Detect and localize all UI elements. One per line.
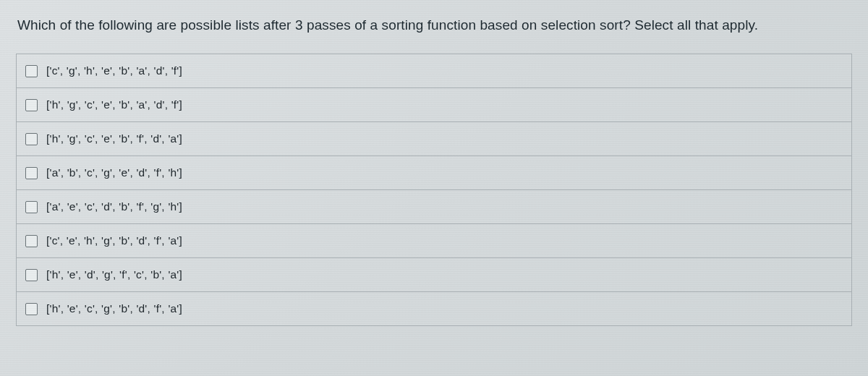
option-label: ['h', 'e', 'd', 'g', 'f', 'c', 'b', 'a'] xyxy=(46,268,182,281)
options-list: ['c', 'g', 'h', 'e', 'b', 'a', 'd', 'f']… xyxy=(16,54,852,326)
checkbox-icon[interactable] xyxy=(25,303,38,315)
option-label: ['c', 'e', 'h', 'g', 'b', 'd', 'f', 'a'] xyxy=(46,234,182,247)
option-row[interactable]: ['h', 'g', 'c', 'e', 'b', 'f', 'd', 'a'] xyxy=(16,121,852,156)
checkbox-icon[interactable] xyxy=(25,201,38,213)
option-label: ['a', 'e', 'c', 'd', 'b', 'f', 'g', 'h'] xyxy=(46,200,182,213)
checkbox-icon[interactable] xyxy=(25,133,38,145)
option-row[interactable]: ['h', 'g', 'c', 'e', 'b', 'a', 'd', 'f'] xyxy=(16,87,852,122)
option-label: ['h', 'e', 'c', 'g', 'b', 'd', 'f', 'a'] xyxy=(46,302,182,315)
option-row[interactable]: ['c', 'e', 'h', 'g', 'b', 'd', 'f', 'a'] xyxy=(16,223,852,258)
question-text: Which of the following are possible list… xyxy=(17,17,852,33)
checkbox-icon[interactable] xyxy=(25,167,38,179)
option-label: ['a', 'b', 'c', 'g', 'e', 'd', 'f', 'h'] xyxy=(46,166,182,179)
checkbox-icon[interactable] xyxy=(25,269,38,281)
quiz-container: Which of the following are possible list… xyxy=(0,0,868,376)
option-row[interactable]: ['h', 'e', 'd', 'g', 'f', 'c', 'b', 'a'] xyxy=(16,257,852,292)
option-row[interactable]: ['h', 'e', 'c', 'g', 'b', 'd', 'f', 'a'] xyxy=(16,291,852,326)
option-label: ['h', 'g', 'c', 'e', 'b', 'f', 'd', 'a'] xyxy=(46,132,182,145)
option-label: ['c', 'g', 'h', 'e', 'b', 'a', 'd', 'f'] xyxy=(46,64,182,77)
option-row[interactable]: ['a', 'e', 'c', 'd', 'b', 'f', 'g', 'h'] xyxy=(16,189,852,224)
option-label: ['h', 'g', 'c', 'e', 'b', 'a', 'd', 'f'] xyxy=(46,98,182,111)
checkbox-icon[interactable] xyxy=(25,65,38,77)
option-row[interactable]: ['c', 'g', 'h', 'e', 'b', 'a', 'd', 'f'] xyxy=(16,54,852,88)
option-row[interactable]: ['a', 'b', 'c', 'g', 'e', 'd', 'f', 'h'] xyxy=(16,155,852,190)
checkbox-icon[interactable] xyxy=(25,235,38,247)
checkbox-icon[interactable] xyxy=(25,99,38,111)
